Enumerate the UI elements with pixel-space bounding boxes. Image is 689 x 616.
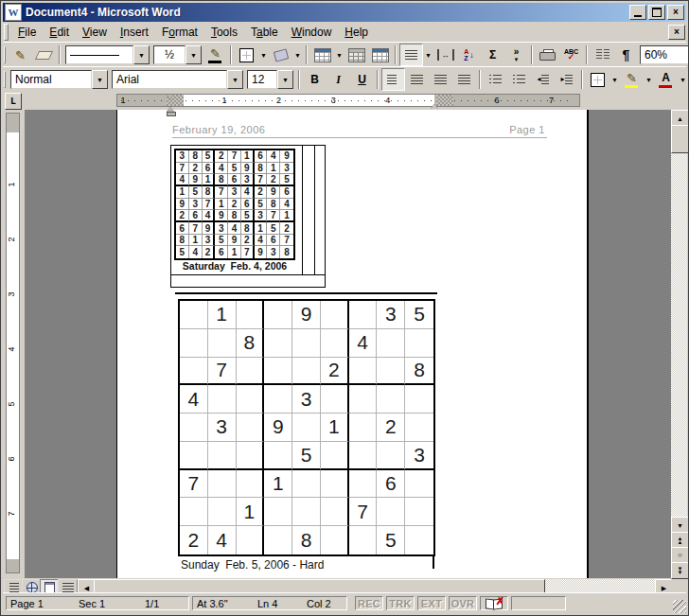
solved-sudoku-grid[interactable]: 3852716497264598134918637251587342969371…: [174, 149, 295, 260]
distribute-columns-button[interactable]: ↔: [433, 44, 457, 66]
sudoku-cell: 1: [237, 498, 265, 526]
sort-ascending-icon: AZ ↓: [464, 48, 474, 62]
menu-tools[interactable]: Tools: [204, 24, 244, 41]
numbering-button[interactable]: [484, 68, 507, 91]
resize-grip[interactable]: [673, 600, 686, 613]
insert-table-button[interactable]: [310, 44, 334, 66]
line-style-select[interactable]: ▼: [65, 45, 150, 64]
underline-button[interactable]: U: [350, 68, 374, 91]
shading-color-dropdown[interactable]: ▼: [292, 44, 303, 65]
sudoku-cell: 3: [405, 442, 433, 470]
vertical-scrollbar[interactable]: [671, 110, 687, 577]
minimize-button[interactable]: [629, 5, 646, 20]
maximize-button[interactable]: [648, 5, 665, 20]
insert-table-dropdown[interactable]: ▼: [334, 44, 344, 65]
table-autoformat-button[interactable]: [344, 44, 368, 66]
font-color-button[interactable]: A: [654, 68, 678, 91]
bold-button[interactable]: B: [303, 68, 327, 91]
chevron-down-icon[interactable]: ▼: [92, 70, 108, 89]
word-app-icon[interactable]: W: [5, 4, 22, 21]
menu-table[interactable]: Table: [244, 24, 285, 41]
shading-color-button[interactable]: [269, 44, 292, 66]
sudoku-cell: 7: [215, 186, 228, 199]
sudoku-cell: [292, 498, 321, 526]
spelling-status[interactable]: ✗: [480, 596, 508, 610]
spelling-button[interactable]: ABC✓: [559, 44, 583, 66]
close-button[interactable]: ×: [667, 5, 684, 20]
toolbar-drag-handle[interactable]: [4, 71, 6, 88]
zoom-select[interactable]: 60% ▼: [640, 45, 689, 64]
more-buttons-chevron[interactable]: »▼: [504, 44, 528, 66]
line-weight-select[interactable]: ½ ▼: [153, 45, 202, 64]
document-close-button[interactable]: ×: [668, 25, 685, 40]
menu-help[interactable]: Help: [338, 24, 375, 41]
document-page[interactable]: February 19, 2006 Page 1 385271649726459…: [116, 110, 589, 578]
cell-alignment-dropdown[interactable]: ▼: [423, 44, 433, 65]
sudoku-cell: [237, 442, 265, 470]
first-line-indent-marker[interactable]: [167, 95, 175, 116]
font-color-dropdown[interactable]: ▼: [678, 69, 688, 90]
chevron-down-icon[interactable]: ▼: [277, 70, 293, 89]
outside-border-button[interactable]: [586, 68, 610, 91]
record-macro-toggle[interactable]: REC: [355, 596, 383, 610]
border-color-button[interactable]: ✎: [203, 44, 227, 66]
highlight-button[interactable]: ✎: [620, 68, 644, 91]
menu-insert[interactable]: Insert: [114, 24, 155, 41]
sudoku-cell: 3: [280, 163, 293, 175]
cell-alignment-button[interactable]: [399, 44, 423, 66]
overtype-toggle[interactable]: OVR: [449, 596, 477, 610]
menu-window[interactable]: Window: [285, 24, 339, 41]
right-indent-marker[interactable]: [431, 100, 439, 109]
split-cells-button[interactable]: [368, 44, 392, 66]
autosum-button[interactable]: Σ: [481, 44, 504, 66]
menu-view[interactable]: View: [76, 24, 114, 41]
sudoku-cell: 2: [228, 199, 241, 211]
bullets-button[interactable]: [507, 68, 531, 91]
highlight-dropdown[interactable]: ▼: [644, 69, 654, 90]
columns-button[interactable]: [591, 44, 614, 66]
table-gray-icon: [348, 48, 365, 62]
vertical-scrollbar-thumb[interactable]: [671, 125, 689, 153]
tables-borders-toolbar: ✎ ▼ ½ ▼ ✎ ▼ ▼ ▼ ▼ ↔ AZ ↓: [3, 42, 686, 68]
status-at: At 3.6": [197, 598, 257, 609]
horizontal-ruler-row: L 1 1234567: [3, 91, 686, 110]
extend-selection-toggle[interactable]: EXT: [417, 596, 446, 610]
toolbar-drag-handle[interactable]: [4, 46, 6, 63]
eraser-button[interactable]: [32, 44, 56, 66]
puzzle-sudoku-grid[interactable]: 19358472843391253716172485: [178, 299, 435, 556]
menubar-drag-handle[interactable]: [4, 24, 9, 41]
font-select[interactable]: Arial ▼: [112, 70, 243, 89]
italic-button[interactable]: I: [327, 68, 350, 91]
decrease-indent-button[interactable]: ◂: [531, 68, 555, 91]
draw-table-button[interactable]: ✎: [9, 44, 32, 66]
menu-edit[interactable]: Edit: [43, 24, 76, 41]
track-changes-toggle[interactable]: TRK: [386, 596, 415, 610]
align-left-button[interactable]: [381, 68, 405, 91]
outside-border-button[interactable]: [235, 44, 258, 66]
solved-sudoku-table[interactable]: 3852716497264598134918637251587342969371…: [170, 145, 326, 288]
sudoku-cell: 4: [208, 526, 237, 554]
bold-icon: B: [310, 73, 319, 86]
print-button[interactable]: [536, 44, 559, 66]
justify-button[interactable]: [452, 68, 476, 91]
menu-file[interactable]: File: [11, 24, 43, 41]
outside-border-dropdown[interactable]: ▼: [610, 69, 620, 90]
sudoku-cell: [208, 385, 237, 414]
table-border: [175, 292, 437, 294]
show-hide-paragraph-button[interactable]: ¶: [614, 44, 638, 66]
style-select[interactable]: Normal ▼: [10, 70, 108, 89]
font-size-select[interactable]: 12 ▼: [247, 70, 293, 89]
outside-border-dropdown[interactable]: ▼: [258, 44, 269, 65]
menu-format[interactable]: Format: [155, 24, 204, 41]
chevron-down-icon[interactable]: ▼: [133, 45, 150, 64]
sort-ascending-button[interactable]: AZ ↓: [457, 44, 481, 66]
chevron-down-icon[interactable]: ▼: [186, 45, 202, 64]
align-center-button[interactable]: [405, 68, 429, 91]
align-right-button[interactable]: [429, 68, 452, 91]
tab-selector-button[interactable]: L: [5, 93, 22, 110]
chevron-down-icon[interactable]: ▼: [227, 70, 243, 89]
sudoku-cell: 6: [280, 186, 293, 199]
next-page-button[interactable]: ▼▼: [671, 562, 689, 579]
sudoku-cell: 9: [264, 414, 292, 442]
increase-indent-button[interactable]: ▸: [555, 68, 578, 91]
